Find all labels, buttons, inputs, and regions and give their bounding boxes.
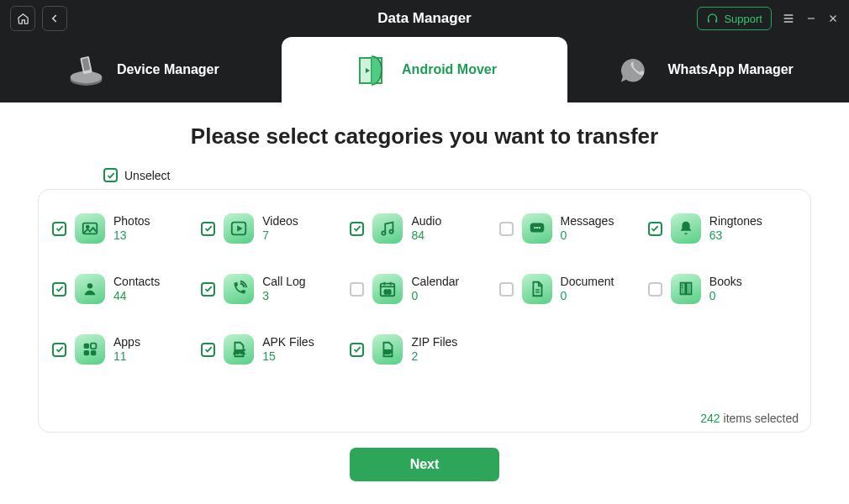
category-checkbox[interactable] [499, 222, 514, 236]
category-checkbox[interactable] [350, 343, 364, 357]
back-button[interactable] [42, 6, 67, 31]
category-label: APK Files [262, 335, 314, 350]
support-button[interactable]: Support [697, 7, 772, 30]
check-icon [651, 225, 659, 232]
photo-icon [75, 213, 105, 244]
category-messages[interactable]: Messages0 [499, 213, 648, 244]
check-icon [204, 346, 213, 353]
selected-count: 242 [700, 412, 720, 425]
category-count: 7 [262, 228, 298, 244]
chat-icon [522, 213, 552, 244]
close-icon [827, 13, 839, 24]
category-checkbox[interactable] [499, 282, 514, 297]
category-checkbox[interactable] [52, 343, 66, 357]
svg-text:ZIP: ZIP [384, 349, 392, 354]
menu-button[interactable] [782, 12, 795, 25]
svg-text:APK: APK [234, 349, 245, 354]
category-audio[interactable]: Audio84 [350, 213, 498, 244]
tab-label: Device Manager [117, 62, 219, 77]
category-call-log[interactable]: Call Log3 [201, 274, 350, 304]
category-count: 13 [113, 228, 150, 244]
category-count: 11 [113, 349, 140, 365]
check-icon [55, 225, 64, 232]
minimize-button[interactable] [805, 13, 817, 24]
category-label: Photos [113, 214, 150, 229]
page-title: Please select categories you want to tra… [0, 123, 849, 150]
tabs: Device Manager Android Mover [0, 37, 849, 102]
category-count: 0 [709, 289, 742, 304]
categories-panel: Photos13Videos7Audio84Messages0Ringtones… [38, 189, 811, 433]
bell-icon [671, 213, 701, 244]
category-count: 84 [411, 228, 441, 244]
check-icon [55, 286, 64, 292]
category-count: 0 [561, 228, 614, 244]
category-label: Calendar [411, 275, 459, 290]
android-mover-icon [352, 51, 390, 89]
check-icon [353, 346, 361, 353]
category-photos[interactable]: Photos13 [52, 213, 201, 244]
category-count: 2 [411, 349, 457, 365]
unselect-checkbox[interactable] [103, 168, 118, 182]
whatsapp-manager-icon [619, 51, 657, 89]
category-label: Apps [113, 335, 140, 350]
category-label: Ringtones [709, 214, 762, 229]
category-label: Document [561, 275, 614, 290]
selected-suffix: items selected [724, 412, 799, 425]
minimize-icon [805, 13, 817, 24]
category-checkbox[interactable] [201, 282, 215, 297]
app-title: Data Manager [377, 10, 471, 27]
category-contacts[interactable]: Contacts44 [52, 274, 201, 304]
tab-device-manager[interactable]: Device Manager [0, 37, 287, 102]
check-icon [204, 286, 213, 292]
svg-point-11 [535, 227, 537, 228]
svg-point-5 [87, 226, 89, 228]
category-checkbox[interactable] [648, 282, 662, 297]
category-checkbox[interactable] [648, 222, 662, 236]
support-label: Support [724, 13, 762, 25]
category-apps[interactable]: Apps11 [52, 334, 201, 365]
category-checkbox[interactable] [52, 222, 66, 236]
category-books[interactable]: Books0 [648, 274, 797, 304]
category-calendar[interactable]: 03Calendar0 [350, 274, 498, 304]
category-checkbox[interactable] [201, 343, 215, 357]
category-zip-files[interactable]: ZIPZIP Files2 [350, 334, 498, 365]
category-checkbox[interactable] [201, 222, 215, 236]
unselect-label: Unselect [124, 169, 170, 182]
unselect-all[interactable]: Unselect [38, 168, 811, 189]
tab-whatsapp-manager[interactable]: WhatsApp Manager [562, 37, 849, 102]
device-manager-icon [67, 51, 105, 89]
category-checkbox[interactable] [350, 282, 364, 297]
category-count: 0 [561, 289, 614, 304]
category-videos[interactable]: Videos7 [201, 213, 350, 244]
tab-android-mover[interactable]: Android Mover [282, 37, 568, 102]
svg-point-13 [87, 283, 92, 288]
next-button[interactable]: Next [350, 448, 499, 481]
zip-icon: ZIP [372, 334, 403, 365]
category-label: Call Log [262, 275, 305, 290]
category-checkbox[interactable] [52, 282, 66, 297]
category-document[interactable]: Document0 [499, 274, 648, 304]
category-checkbox[interactable] [350, 222, 364, 236]
category-count: 3 [262, 289, 305, 304]
category-count: 15 [262, 349, 314, 365]
svg-point-7 [382, 231, 386, 234]
category-ringtones[interactable]: Ringtones63 [648, 213, 797, 244]
svg-point-12 [538, 227, 540, 228]
close-button[interactable] [827, 13, 839, 24]
category-label: Messages [561, 214, 614, 229]
check-icon [353, 225, 361, 232]
book-icon [671, 274, 701, 304]
check-icon [55, 346, 64, 353]
category-count: 0 [411, 289, 459, 304]
phone-icon [224, 274, 254, 304]
svg-rect-17 [91, 344, 96, 349]
doc-icon [522, 274, 552, 304]
menu-icon [782, 12, 795, 25]
category-label: Videos [262, 214, 298, 229]
headset-icon [706, 13, 719, 25]
header: Data Manager Support [0, 0, 849, 102]
home-button[interactable] [10, 6, 35, 31]
check-icon [204, 225, 213, 232]
svg-rect-16 [84, 344, 89, 349]
category-apk-files[interactable]: APKAPK Files15 [201, 334, 350, 365]
